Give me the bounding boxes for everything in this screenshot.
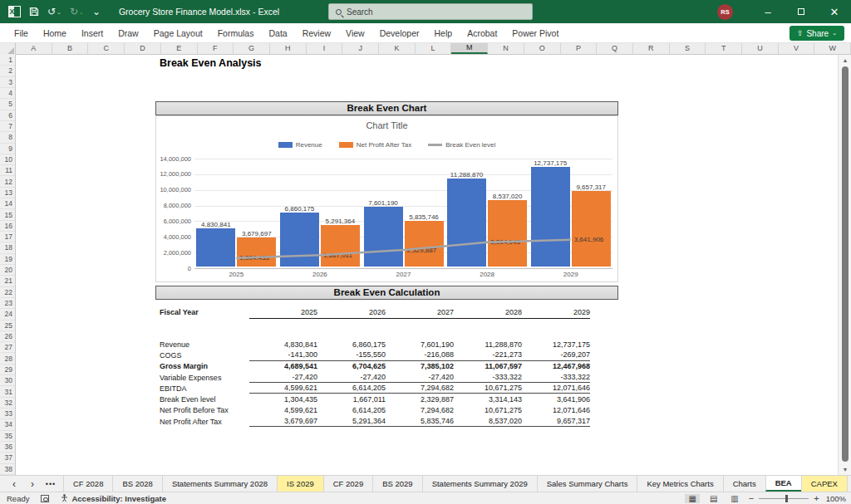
row-header-28[interactable]: 28 — [0, 353, 15, 364]
row-header-12[interactable]: 12 — [0, 176, 15, 187]
year-header[interactable]: 2028 — [454, 308, 522, 316]
row-header-2[interactable]: 2 — [0, 66, 15, 76]
cell[interactable]: 4,599,621 — [249, 384, 317, 392]
cell[interactable]: 10,671,275 — [454, 384, 522, 392]
more-sheets-left-icon[interactable]: ••• — [42, 480, 60, 488]
cell[interactable]: 6,860,175 — [317, 340, 386, 349]
ribbon-tab-view[interactable]: View — [338, 23, 372, 43]
cell[interactable]: 3,679,697 — [249, 417, 317, 425]
column-header-t[interactable]: T — [706, 43, 742, 54]
sheet-tab-statements-summary-2028[interactable]: Statements Summary 2028 — [162, 476, 277, 492]
column-header-q[interactable]: Q — [597, 43, 633, 54]
cell[interactable]: 1,304,435 — [249, 395, 317, 404]
row-header-18[interactable]: 18 — [0, 242, 15, 253]
ribbon-tab-insert[interactable]: Insert — [74, 23, 111, 43]
column-header-p[interactable]: P — [561, 43, 598, 54]
column-header-a[interactable]: A — [16, 43, 52, 54]
row-header-13[interactable]: 13 — [0, 188, 15, 198]
ribbon-tab-formulas[interactable]: Formulas — [210, 23, 262, 43]
row-header-6[interactable]: 6 — [0, 110, 15, 121]
cell[interactable]: 4,830,841 — [249, 340, 317, 349]
row-header-14[interactable]: 14 — [0, 198, 15, 209]
search-box[interactable] — [328, 3, 533, 20]
column-header-l[interactable]: L — [416, 43, 452, 54]
column-header-i[interactable]: I — [307, 43, 343, 54]
cell[interactable]: -333,322 — [522, 373, 590, 381]
minimize-button[interactable]: – — [751, 0, 785, 23]
select-all-corner[interactable] — [0, 43, 16, 55]
sheet-tab-statements-summary-2029[interactable]: Statements Summary 2029 — [422, 476, 537, 492]
year-header[interactable]: 2027 — [386, 308, 454, 316]
column-header-v[interactable]: V — [779, 43, 815, 54]
row-header-11[interactable]: 11 — [0, 165, 15, 176]
row-label-cogs[interactable]: COGS — [155, 351, 249, 360]
sheet-tab-bea[interactable]: BEA — [765, 476, 801, 492]
prev-sheet-icon[interactable]: ‹ — [5, 478, 23, 490]
row-header-4[interactable]: 4 — [0, 88, 15, 99]
row-header-9[interactable]: 9 — [0, 144, 15, 154]
row-label-net-profit-before-tax[interactable]: Net Profit Before Tax — [155, 406, 249, 414]
break-even-table[interactable]: Fiscal Year20252026202720282029Revenue4,… — [155, 306, 618, 427]
column-header-r[interactable]: R — [633, 43, 670, 54]
row-header-21[interactable]: 21 — [0, 276, 15, 286]
column-header-u[interactable]: U — [742, 43, 779, 54]
sheet-tab-key-metrics-charts[interactable]: Key Metrics Charts — [637, 476, 722, 492]
ribbon-tab-review[interactable]: Review — [295, 23, 338, 43]
cell[interactable]: 7,385,102 — [386, 362, 454, 370]
undo-button[interactable]: ↺⌄ — [47, 7, 61, 17]
column-header-o[interactable]: O — [524, 43, 561, 54]
cell[interactable]: 7,294,682 — [386, 384, 454, 392]
avatar[interactable]: RS — [717, 4, 733, 20]
cell[interactable]: 7,601,190 — [386, 340, 454, 349]
row-header-24[interactable]: 24 — [0, 309, 15, 320]
column-header-b[interactable]: B — [52, 43, 89, 54]
column-header-s[interactable]: S — [670, 43, 706, 54]
row-header-16[interactable]: 16 — [0, 221, 15, 232]
column-header-e[interactable]: E — [161, 43, 198, 54]
cell[interactable]: -216,088 — [386, 350, 454, 359]
cell[interactable]: 8,537,020 — [454, 417, 522, 425]
cell[interactable]: 11,288,870 — [454, 340, 522, 349]
sheet-tab-cf-2028[interactable]: CF 2028 — [63, 476, 112, 492]
row-label-break-even-level[interactable]: Break Even level — [155, 395, 249, 404]
cell[interactable]: -141,300 — [249, 350, 317, 359]
cell[interactable]: 5,291,364 — [317, 417, 386, 425]
cell[interactable]: -221,273 — [454, 350, 522, 359]
sheet-canvas[interactable]: Break Even Analysis Break Even Chart Cha… — [16, 55, 838, 475]
row-header-30[interactable]: 30 — [0, 375, 15, 386]
cell[interactable]: 7,294,682 — [386, 406, 454, 414]
cell[interactable]: 6,704,625 — [317, 362, 386, 370]
ribbon-tab-power-pivot[interactable]: Power Pivot — [504, 23, 566, 43]
cell[interactable]: 3,314,143 — [454, 395, 522, 404]
cell[interactable]: 3,641,906 — [522, 395, 590, 404]
row-header-37[interactable]: 37 — [0, 453, 15, 463]
row-header-19[interactable]: 19 — [0, 254, 15, 265]
normal-view-icon[interactable]: ▦ — [685, 494, 699, 503]
cell[interactable]: 11,067,597 — [454, 362, 522, 370]
cell[interactable]: -27,420 — [249, 373, 317, 381]
zoom-in-icon[interactable]: + — [814, 493, 819, 503]
row-header-1[interactable]: 1 — [0, 55, 15, 66]
zoom-slider-thumb[interactable] — [785, 495, 788, 502]
row-header-33[interactable]: 33 — [0, 409, 15, 419]
cell[interactable]: 12,737,175 — [522, 340, 590, 349]
row-header-22[interactable]: 22 — [0, 287, 15, 298]
row-label-revenue[interactable]: Revenue — [155, 340, 249, 349]
zoom-out-icon[interactable]: − — [749, 493, 754, 503]
calculation-banner[interactable]: Break Even Calculation — [155, 286, 618, 300]
row-label-ebitda[interactable]: EBITDA — [155, 384, 249, 393]
save-icon[interactable] — [29, 7, 39, 17]
ribbon-tab-draw[interactable]: Draw — [111, 23, 146, 43]
row-label-variable-expenses[interactable]: Variable Expenses — [155, 374, 249, 382]
row-header-32[interactable]: 32 — [0, 398, 15, 409]
scroll-down-icon[interactable]: ▼ — [839, 467, 851, 472]
sheet-tab-bs-2029[interactable]: BS 2029 — [372, 476, 421, 492]
row-header-23[interactable]: 23 — [0, 298, 15, 309]
column-header-g[interactable]: G — [234, 43, 270, 54]
ribbon-tab-page-layout[interactable]: Page Layout — [146, 23, 210, 43]
page-layout-view-icon[interactable]: ▤ — [706, 494, 721, 503]
sheet-tab-charts[interactable]: Charts — [723, 476, 765, 492]
ribbon-tab-acrobat[interactable]: Acrobat — [460, 23, 504, 43]
row-header-17[interactable]: 17 — [0, 232, 15, 242]
cell[interactable]: 1,667,011 — [317, 395, 386, 404]
